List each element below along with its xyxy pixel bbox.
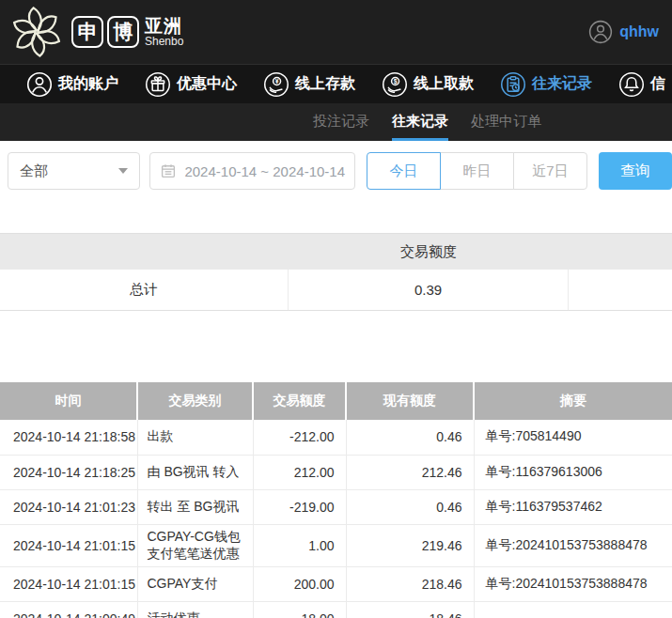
table-row: 2024-10-14 21:00:49 活动优惠 18.00 18.46 [0, 601, 672, 618]
today-button[interactable]: 今日 [367, 152, 441, 190]
table-row: 2024-10-14 21:01:15 CGPAY-CG钱包支付笔笔送优惠 1.… [0, 524, 672, 566]
cell-memo: 单号:116379537462 [474, 489, 672, 524]
cell-amount: -212.00 [253, 420, 346, 455]
nav-item-deposit[interactable]: ¥ 线上存款 [263, 71, 355, 98]
cell-time: 2024-10-14 21:01:23 [0, 489, 137, 524]
summary-total-label: 总计 [0, 270, 289, 310]
withdraw-hand-coin-icon: $ [382, 71, 408, 98]
user-menu[interactable]: qhhw [588, 20, 659, 44]
cell-amount: 18.00 [253, 601, 346, 618]
cell-memo: 单号:116379613006 [474, 455, 672, 489]
username: qhhw [619, 23, 659, 40]
user-avatar-icon [588, 20, 613, 44]
cell-amount: 212.00 [253, 455, 346, 489]
cell-type: 活动优惠 [137, 601, 253, 618]
calendar-icon [160, 162, 177, 179]
cell-balance: 218.46 [346, 566, 474, 601]
table-row: 2024-10-14 21:18:25 由 BG视讯 转入 212.00 212… [0, 455, 672, 489]
chevron-down-icon [118, 168, 128, 174]
cell-type: 转出 至 BG视讯 [137, 489, 253, 524]
cell-type: 出款 [137, 420, 253, 455]
nav-label: 线上取款 [414, 74, 474, 94]
page: 申 博 亚洲 Shenbo qhhw 我的账户 [0, 0, 672, 618]
logo-region-text: 亚洲 [145, 17, 183, 36]
tab-pending-orders[interactable]: 处理中订单 [471, 103, 541, 141]
col-header-type: 交易类别 [137, 382, 253, 420]
gift-icon [145, 71, 171, 98]
nav-label: 我的账户 [58, 74, 118, 94]
cell-memo: 单号:202410153753888478 [474, 566, 672, 601]
transactions-table: 时间 交易类别 交易额度 现有额度 摘要 2024-10-14 21:18:58… [0, 382, 672, 618]
cell-balance: 0.46 [346, 420, 474, 455]
date-range-input[interactable]: 2024-10-14 ~ 2024-10-14 [149, 152, 355, 190]
cell-memo: 单号:202410153753888478 [474, 524, 672, 566]
filter-row: 全部 2024-10-14 ~ 2024-10-14 今日 昨日 近7日 查询 [0, 141, 672, 193]
cell-time: 2024-10-14 21:00:49 [0, 601, 137, 618]
table-row: 2024-10-14 21:01:23 转出 至 BG视讯 -219.00 0.… [0, 489, 672, 524]
cell-balance: 0.46 [346, 489, 474, 524]
cell-type: 由 BG视讯 转入 [137, 455, 253, 489]
quick-date-group: 今日 昨日 近7日 [367, 152, 587, 190]
tab-bet-records[interactable]: 投注记录 [313, 103, 369, 141]
type-select-value: 全部 [20, 162, 48, 180]
cell-time: 2024-10-14 21:18:58 [0, 420, 137, 455]
account-user-icon [26, 71, 53, 98]
col-header-time: 时间 [0, 382, 137, 420]
col-header-balance: 现有额度 [346, 382, 474, 420]
cell-memo [474, 601, 672, 618]
site-logo[interactable]: 申 博 亚洲 Shenbo [9, 5, 183, 59]
nav-label: 优惠中心 [177, 74, 237, 94]
col-header-amount: 交易额度 [253, 382, 346, 420]
nav-label: 信 [650, 74, 665, 94]
cell-time: 2024-10-14 21:01:15 [0, 524, 137, 566]
last-7-days-button[interactable]: 近7日 [513, 152, 587, 190]
flower-logo-icon [9, 5, 64, 59]
cell-balance: 18.46 [346, 601, 474, 618]
table-row: 2024-10-14 21:18:58 出款 -212.00 0.46 单号:7… [0, 420, 672, 455]
search-button[interactable]: 查询 [599, 152, 672, 190]
logo-subtitle: Shenbo [145, 36, 183, 48]
cell-amount: 1.00 [253, 524, 346, 566]
record-tabs: 投注记录 往来记录 处理中订单 [0, 103, 672, 141]
summary-total-row: 总计 0.39 [0, 270, 672, 311]
svg-text:$: $ [394, 77, 398, 85]
nav-item-promotions[interactable]: 优惠中心 [145, 71, 237, 98]
yesterday-button[interactable]: 昨日 [440, 152, 514, 190]
summary-empty-cell [569, 270, 672, 310]
cell-amount: 200.00 [253, 566, 346, 601]
cell-time: 2024-10-14 21:01:15 [0, 566, 137, 601]
summary-total-value: 0.39 [289, 270, 569, 310]
deposit-hand-coin-icon: ¥ [263, 71, 289, 98]
tab-transaction-records[interactable]: 往来记录 [392, 103, 448, 141]
nav-item-transaction-records[interactable]: 往来记录 [500, 71, 592, 98]
nav-item-my-account[interactable]: 我的账户 [26, 71, 118, 98]
top-header: 申 博 亚洲 Shenbo qhhw [0, 0, 672, 64]
summary-table: 交易额度 总计 0.39 [0, 233, 672, 311]
cell-balance: 219.46 [346, 524, 474, 566]
summary-header-label: 交易额度 [289, 234, 569, 270]
summary-header-row: 交易额度 [0, 234, 672, 270]
nav-label: 线上存款 [295, 74, 355, 94]
bell-icon [618, 71, 645, 98]
table-header-row: 时间 交易类别 交易额度 现有额度 摘要 [0, 382, 672, 420]
cell-type: CGPAY支付 [137, 566, 253, 601]
type-select[interactable]: 全部 [8, 152, 140, 190]
logo-char-box-1: 申 [71, 16, 103, 48]
cell-type: CGPAY-CG钱包支付笔笔送优惠 [137, 524, 253, 566]
col-header-memo: 摘要 [474, 382, 672, 420]
nav-item-messages[interactable]: 信 [618, 71, 665, 98]
cell-time: 2024-10-14 21:18:25 [0, 455, 137, 489]
nav-item-withdraw[interactable]: $ 线上取款 [382, 71, 474, 98]
nav-label: 往来记录 [532, 74, 592, 94]
logo-char-box-2: 博 [107, 16, 139, 48]
cell-memo: 单号:705814490 [474, 420, 672, 455]
main-nav: 我的账户 优惠中心 ¥ 线上存款 [0, 64, 672, 103]
cell-balance: 212.46 [346, 455, 474, 489]
cell-amount: -219.00 [253, 489, 346, 524]
table-row: 2024-10-14 21:01:15 CGPAY支付 200.00 218.4… [0, 566, 672, 601]
svg-text:¥: ¥ [275, 77, 279, 84]
records-clipboard-clock-icon [500, 71, 526, 98]
date-range-value: 2024-10-14 ~ 2024-10-14 [184, 163, 345, 179]
